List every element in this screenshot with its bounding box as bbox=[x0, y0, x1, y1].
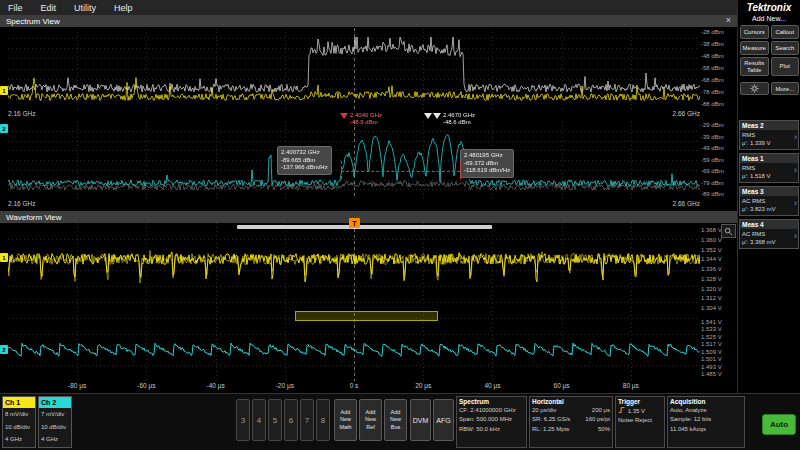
cursor-b-line[interactable] bbox=[460, 161, 461, 179]
channel-setting: 10 dB/div bbox=[39, 421, 71, 434]
cursor-a-density: -137.966 dBm/Hz bbox=[281, 164, 328, 172]
spectrum-badge[interactable]: Spectrum CF: 2.41000000 GHz Span: 500.00… bbox=[456, 396, 527, 448]
results-table-button[interactable]: Results Table bbox=[740, 57, 769, 76]
search-button[interactable]: Search bbox=[771, 41, 800, 55]
waveform-ch2-handle[interactable]: 2 bbox=[0, 345, 8, 354]
horizontal-badge[interactable]: Horizontal 20 μs/div200 μs SR: 6.25 GS/s… bbox=[529, 396, 613, 448]
waveform-ch1-handle[interactable]: 1 bbox=[0, 253, 8, 262]
callout-button[interactable]: Callout bbox=[771, 25, 800, 39]
plot-button[interactable]: Plot bbox=[771, 57, 800, 76]
meas-body: RMSμ': 1.518 V bbox=[740, 163, 798, 181]
expand-chevron-icon[interactable]: › bbox=[794, 165, 797, 175]
y-tick-label: -38 dBm bbox=[701, 41, 724, 47]
channel-button-7[interactable]: 7 bbox=[300, 399, 314, 441]
ref-marker-ampl: -48.9 dBm bbox=[350, 119, 382, 126]
measure-button[interactable]: Measure bbox=[740, 41, 769, 55]
peak-marker-icon[interactable] bbox=[433, 113, 441, 119]
horizontal-window: 200 μs bbox=[592, 406, 610, 415]
spectrum-time-bar[interactable] bbox=[237, 225, 492, 229]
meas-badge-meas-2[interactable]: Meas 2RMSμ': 1.339 V› bbox=[739, 120, 799, 150]
spectrum-plot-ch1[interactable] bbox=[8, 28, 700, 109]
dvm-button[interactable]: DVM bbox=[410, 399, 431, 441]
channel-name: Ch 1 bbox=[3, 397, 35, 408]
afg-button[interactable]: AFG bbox=[433, 399, 454, 441]
y-tick-label: -28 dBm bbox=[701, 29, 724, 35]
add-new-ref-button[interactable]: Add New Ref bbox=[359, 399, 382, 441]
auto-button[interactable]: Auto bbox=[762, 414, 796, 435]
meas-badge-meas-4[interactable]: Meas 4AC RMSμ': 3.368 mV› bbox=[739, 219, 799, 249]
spectrum-plot-ch2[interactable] bbox=[8, 121, 700, 199]
y-tick-label: 1.525 V bbox=[701, 334, 722, 340]
spectrum-trace2-handle[interactable]: 2 bbox=[0, 124, 8, 133]
waveform-view-title: Waveform View bbox=[6, 213, 62, 222]
cursors-button[interactable]: Cursors bbox=[740, 25, 769, 39]
y-tick-label: 1.312 V bbox=[701, 295, 722, 301]
menu-item-utility[interactable]: Utility bbox=[74, 3, 96, 13]
meas-badge-meas-3[interactable]: Meas 3AC RMSμ': 3.823 mV› bbox=[739, 186, 799, 216]
channel-button-5[interactable]: 5 bbox=[268, 399, 282, 441]
spectrum-view-panel: -28 dBm-38 dBm-48 dBm-58 dBm-68 dBm-78 d… bbox=[0, 28, 737, 211]
channel-setting: 4 GHz bbox=[39, 433, 71, 446]
add-new-math-button[interactable]: Add New Math bbox=[334, 399, 357, 441]
channel-badge-2[interactable]: Ch 27 mV/div10 dB/div4 GHz bbox=[38, 396, 72, 448]
channel-badge-1[interactable]: Ch 18 mV/div10 dB/div4 GHz bbox=[2, 396, 36, 448]
trigger-badge-title: Trigger bbox=[616, 397, 664, 406]
menu-item-help[interactable]: Help bbox=[114, 3, 133, 13]
cursor-a-readout: 2.400732 GHz -89.665 dBm -137.966 dBm/Hz bbox=[277, 146, 332, 175]
more-button[interactable]: More... bbox=[771, 82, 800, 95]
channel-setting: 10 dB/div bbox=[3, 421, 35, 434]
channel-button-4[interactable]: 4 bbox=[252, 399, 266, 441]
gear-icon[interactable] bbox=[740, 82, 769, 95]
spectrum1-y-axis: -28 dBm-38 dBm-48 dBm-58 dBm-68 dBm-78 d… bbox=[701, 29, 736, 107]
channel-button-3[interactable]: 3 bbox=[236, 399, 250, 441]
waveform-view-panel: 1.368 V1.360 V1.352 V1.344 V1.336 V1.328… bbox=[0, 223, 737, 393]
peak-marker-icon[interactable] bbox=[424, 113, 432, 119]
expand-chevron-icon[interactable]: › bbox=[794, 231, 797, 241]
y-tick-label: -29 dBm bbox=[701, 122, 724, 128]
spectrum-gate-bar[interactable] bbox=[295, 311, 438, 321]
spectrum-badge-title: Spectrum bbox=[457, 397, 526, 406]
trigger-badge[interactable]: Trigger 1.35 V Noise Reject bbox=[615, 396, 665, 448]
y-tick-label: 1.320 V bbox=[701, 286, 722, 292]
channel-setting: 8 mV/div bbox=[3, 408, 35, 421]
expand-chevron-icon[interactable]: › bbox=[794, 132, 797, 142]
y-tick-label: -89 dBm bbox=[701, 191, 724, 197]
cursor-a-line[interactable] bbox=[341, 161, 342, 179]
peak-marker-freq: 2.4670 GHz bbox=[443, 112, 475, 119]
meas-badge-meas-1[interactable]: Meas 1RMSμ': 1.518 V› bbox=[739, 153, 799, 183]
channel-button-6[interactable]: 6 bbox=[284, 399, 298, 441]
trigger-position-marker[interactable]: T bbox=[349, 218, 360, 228]
more-row: More... bbox=[740, 82, 799, 95]
spectrum-trace1-handle[interactable]: 1 bbox=[0, 86, 8, 95]
menu-item-file[interactable]: File bbox=[8, 3, 23, 13]
zoom-icon[interactable] bbox=[721, 224, 736, 238]
waveform-plot[interactable] bbox=[8, 223, 700, 381]
y-tick-label: -58 dBm bbox=[701, 65, 724, 71]
meas-name: Meas 1 bbox=[740, 154, 798, 163]
close-icon[interactable]: × bbox=[726, 15, 731, 25]
spectrum-view-title: Spectrum View bbox=[6, 17, 60, 26]
x-tick-label: 60 μs bbox=[546, 382, 578, 389]
y-tick-label: 1.533 V bbox=[701, 326, 722, 332]
channel-setting: 4 GHz bbox=[3, 433, 35, 446]
menu-item-edit[interactable]: Edit bbox=[41, 3, 57, 13]
meas-name: Meas 4 bbox=[740, 220, 798, 229]
acquisition-bits: Sample: 12 bits bbox=[668, 415, 744, 424]
cursor-b-freq: 2.480195 GHz bbox=[464, 152, 510, 160]
channel-button-8[interactable]: 8 bbox=[316, 399, 330, 441]
meas-name: Meas 3 bbox=[740, 187, 798, 196]
x-min-label: 2.16 GHz bbox=[8, 200, 35, 207]
acquisition-badge[interactable]: Acquisition Auto, Analyze Sample: 12 bit… bbox=[667, 396, 745, 448]
y-tick-label: 1.336 V bbox=[701, 266, 722, 272]
expand-chevron-icon[interactable]: › bbox=[794, 198, 797, 208]
meas-body: AC RMSμ': 3.368 mV bbox=[740, 229, 798, 247]
x-tick-label: -60 μs bbox=[130, 382, 162, 389]
add-new-bus-button[interactable]: Add New Bus bbox=[384, 399, 407, 441]
y-tick-label: -39 dBm bbox=[701, 134, 724, 140]
y-tick-label: -68 dBm bbox=[701, 77, 724, 83]
x-max-label: 2.66 GHz bbox=[673, 200, 700, 207]
x-tick-label: 40 μs bbox=[476, 382, 508, 389]
reference-marker-icon[interactable] bbox=[340, 113, 348, 119]
meas-type: AC RMS bbox=[742, 230, 796, 238]
bottom-bar: Ch 18 mV/div10 dB/div4 GHzCh 27 mV/div10… bbox=[0, 393, 800, 450]
